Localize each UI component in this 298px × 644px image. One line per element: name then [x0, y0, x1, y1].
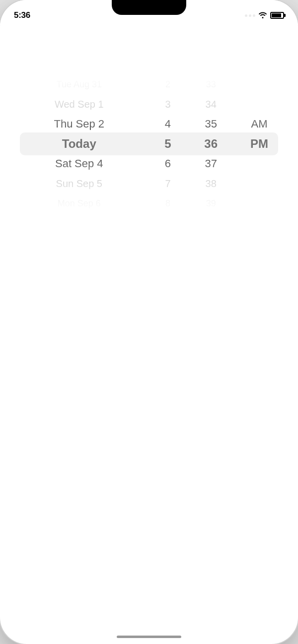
- list-item[interactable]: 36: [189, 134, 232, 154]
- list-item[interactable]: [240, 174, 278, 193]
- list-item[interactable]: 33: [189, 74, 232, 94]
- list-item[interactable]: Sat Sep 4: [20, 154, 139, 174]
- signal-icon: [245, 14, 255, 17]
- picker-columns: Tue Aug 31 Wed Sep 1 Thu Sep 2 Today Sat…: [20, 74, 278, 213]
- phone-frame: 5:36: [0, 0, 298, 644]
- picker-wheel[interactable]: Tue Aug 31 Wed Sep 1 Thu Sep 2 Today Sat…: [20, 74, 278, 213]
- list-item[interactable]: 7: [147, 174, 190, 193]
- list-item[interactable]: 35: [189, 114, 232, 134]
- list-item[interactable]: 3: [147, 94, 190, 114]
- date-time-picker[interactable]: Tue Aug 31 Wed Sep 1 Thu Sep 2 Today Sat…: [0, 74, 298, 213]
- list-item[interactable]: 34: [189, 94, 232, 114]
- picker-col-hour[interactable]: 2 3 4 5 6 7 8: [147, 74, 190, 213]
- list-item[interactable]: 38: [189, 174, 232, 193]
- picker-col-ampm[interactable]: AM PM: [232, 74, 278, 213]
- list-item[interactable]: 2: [147, 74, 190, 94]
- status-time: 5:36: [14, 10, 30, 20]
- list-item[interactable]: Thu Sep 2: [20, 114, 139, 134]
- picker-col-minute[interactable]: 33 34 35 36 37 38 39: [189, 74, 232, 213]
- home-indicator: [117, 636, 181, 638]
- list-item[interactable]: 5: [147, 134, 190, 154]
- list-item[interactable]: 6: [147, 154, 190, 174]
- list-item[interactable]: Tue Aug 31: [20, 74, 139, 94]
- list-item[interactable]: 39: [189, 193, 232, 213]
- battery-icon: [270, 12, 284, 19]
- list-item[interactable]: Mon Sep 6: [20, 193, 139, 213]
- list-item[interactable]: [240, 74, 278, 94]
- list-item[interactable]: [240, 94, 278, 114]
- picker-col-date[interactable]: Tue Aug 31 Wed Sep 1 Thu Sep 2 Today Sat…: [20, 74, 147, 213]
- list-item[interactable]: 8: [147, 193, 190, 213]
- list-item[interactable]: [240, 154, 278, 174]
- wifi-icon: [258, 11, 267, 20]
- list-item[interactable]: Today: [20, 134, 139, 154]
- list-item[interactable]: 37: [189, 154, 232, 174]
- list-item[interactable]: 4: [147, 114, 190, 134]
- list-item[interactable]: PM: [240, 134, 278, 154]
- list-item[interactable]: Wed Sep 1: [20, 94, 139, 114]
- notch: [112, 0, 186, 15]
- list-item[interactable]: AM: [240, 114, 278, 134]
- status-icons: [245, 11, 284, 20]
- list-item[interactable]: Sun Sep 5: [20, 174, 139, 193]
- list-item[interactable]: [240, 193, 278, 213]
